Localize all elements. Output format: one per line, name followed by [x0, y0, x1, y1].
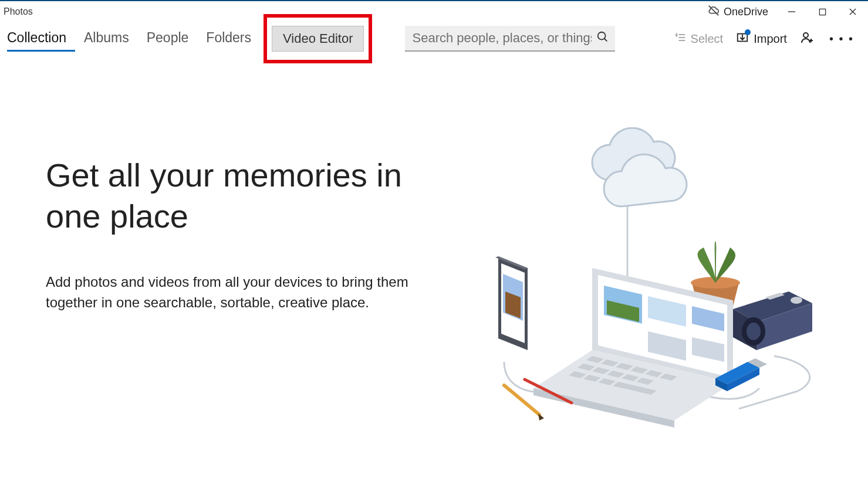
titlebar: Photos OneDrive: [0, 1, 868, 22]
svg-point-14: [803, 33, 808, 38]
svg-point-54: [791, 297, 802, 304]
svg-line-6: [604, 39, 607, 42]
app-title: Photos: [4, 6, 33, 17]
tab-people[interactable]: People: [138, 26, 198, 52]
import-icon: [736, 31, 749, 47]
svg-point-5: [598, 32, 606, 40]
ellipsis-icon: • • •: [829, 32, 854, 46]
import-button[interactable]: Import: [736, 31, 787, 47]
import-label: Import: [754, 32, 787, 46]
maximize-button[interactable]: [807, 1, 837, 22]
navbar: Collection Albums People Folders Video E…: [0, 22, 868, 55]
more-button[interactable]: • • •: [827, 32, 856, 46]
search-icon[interactable]: [596, 30, 609, 46]
cloud-off-icon: [707, 4, 720, 20]
titlebar-right: OneDrive: [702, 1, 868, 23]
onedrive-label: OneDrive: [724, 6, 768, 18]
video-editor-highlight: Video Editor: [272, 26, 364, 52]
close-button[interactable]: [837, 1, 868, 22]
signin-button[interactable]: [800, 30, 814, 48]
select-label: Select: [691, 32, 724, 46]
svg-point-53: [747, 323, 761, 340]
navbar-right: Select Import • • •: [674, 30, 864, 48]
onedrive-button[interactable]: OneDrive: [702, 1, 776, 23]
tab-folders[interactable]: Folders: [197, 26, 260, 52]
devices-illustration-icon: [469, 127, 833, 432]
import-badge-icon: [745, 29, 751, 35]
hero-text: Get all your memories in one place Add p…: [0, 155, 411, 313]
svg-rect-2: [819, 9, 825, 15]
search-box[interactable]: [405, 26, 615, 52]
video-editor-button[interactable]: Video Editor: [272, 26, 364, 52]
person-add-icon: [800, 30, 814, 48]
search-input[interactable]: [412, 30, 592, 46]
svg-marker-61: [538, 413, 544, 420]
minimize-button[interactable]: [776, 1, 807, 22]
hero-heading: Get all your memories in one place: [46, 155, 411, 237]
tab-albums[interactable]: Albums: [75, 26, 138, 52]
hero-illustration: [469, 127, 833, 432]
select-button[interactable]: Select: [674, 32, 724, 46]
hero-body: Add photos and videos from all your devi…: [46, 272, 411, 313]
tab-collection[interactable]: Collection: [7, 26, 75, 52]
select-icon: [674, 32, 686, 46]
